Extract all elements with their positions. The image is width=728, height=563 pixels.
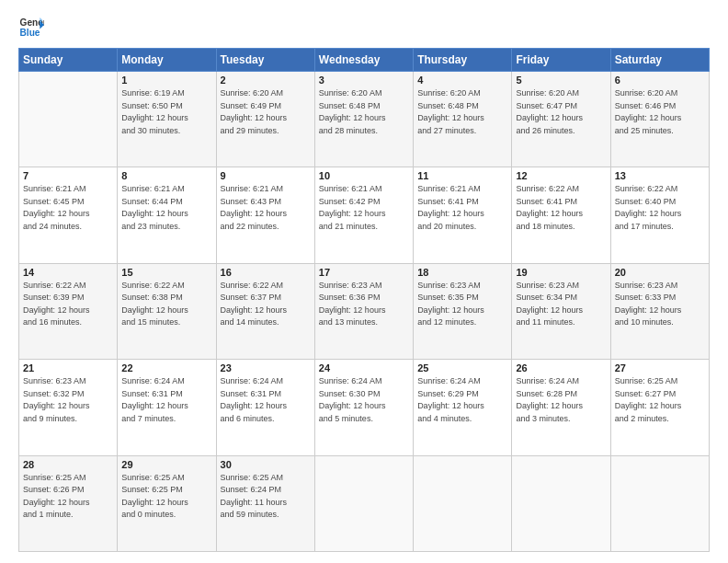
day-number: 11 <box>417 170 507 181</box>
day-info: Sunrise: 6:20 AM Sunset: 6:48 PM Dayligh… <box>417 87 507 137</box>
weekday-header-tuesday: Tuesday <box>216 49 314 72</box>
calendar-cell: 12Sunrise: 6:22 AM Sunset: 6:41 PM Dayli… <box>512 167 610 263</box>
weekday-header-row: SundayMondayTuesdayWednesdayThursdayFrid… <box>19 49 710 72</box>
header: General Blue <box>18 15 710 40</box>
day-info: Sunrise: 6:21 AM Sunset: 6:41 PM Dayligh… <box>417 183 507 233</box>
calendar-cell: 17Sunrise: 6:23 AM Sunset: 6:36 PM Dayli… <box>314 263 413 359</box>
calendar-cell: 25Sunrise: 6:24 AM Sunset: 6:29 PM Dayli… <box>414 360 512 455</box>
day-info: Sunrise: 6:19 AM Sunset: 6:50 PM Dayligh… <box>121 87 211 137</box>
day-info: Sunrise: 6:20 AM Sunset: 6:48 PM Dayligh… <box>319 87 409 137</box>
day-number: 12 <box>516 170 606 181</box>
calendar-row-3: 21Sunrise: 6:23 AM Sunset: 6:32 PM Dayli… <box>19 360 710 455</box>
calendar-cell: 27Sunrise: 6:25 AM Sunset: 6:27 PM Dayli… <box>610 360 709 455</box>
calendar-cell: 20Sunrise: 6:23 AM Sunset: 6:33 PM Dayli… <box>610 263 709 359</box>
calendar-row-0: 1Sunrise: 6:19 AM Sunset: 6:50 PM Daylig… <box>19 72 710 167</box>
calendar-cell: 7Sunrise: 6:21 AM Sunset: 6:45 PM Daylig… <box>19 167 118 263</box>
day-number: 7 <box>23 170 113 181</box>
logo-icon: General Blue <box>18 15 44 40</box>
day-number: 14 <box>23 267 113 278</box>
day-number: 20 <box>615 267 705 278</box>
calendar-cell <box>512 455 610 551</box>
day-number: 27 <box>615 362 705 373</box>
day-info: Sunrise: 6:23 AM Sunset: 6:34 PM Dayligh… <box>516 280 606 329</box>
day-number: 3 <box>319 75 409 86</box>
day-number: 21 <box>23 362 113 373</box>
calendar-cell: 8Sunrise: 6:21 AM Sunset: 6:44 PM Daylig… <box>118 167 216 263</box>
calendar-cell: 6Sunrise: 6:20 AM Sunset: 6:46 PM Daylig… <box>610 72 709 167</box>
day-info: Sunrise: 6:21 AM Sunset: 6:44 PM Dayligh… <box>121 183 211 233</box>
day-info: Sunrise: 6:20 AM Sunset: 6:47 PM Dayligh… <box>516 87 606 137</box>
calendar-cell: 16Sunrise: 6:22 AM Sunset: 6:37 PM Dayli… <box>216 263 314 359</box>
day-number: 10 <box>319 170 409 181</box>
day-info: Sunrise: 6:20 AM Sunset: 6:49 PM Dayligh… <box>221 87 311 137</box>
calendar-cell: 30Sunrise: 6:25 AM Sunset: 6:24 PM Dayli… <box>216 455 314 551</box>
day-info: Sunrise: 6:23 AM Sunset: 6:32 PM Dayligh… <box>23 375 113 425</box>
calendar-row-2: 14Sunrise: 6:22 AM Sunset: 6:39 PM Dayli… <box>19 263 710 359</box>
calendar-cell: 28Sunrise: 6:25 AM Sunset: 6:26 PM Dayli… <box>19 455 118 551</box>
page: General Blue SundayMondayTuesdayWednesda… <box>0 0 728 563</box>
day-number: 13 <box>615 170 705 181</box>
day-number: 30 <box>221 459 311 470</box>
calendar-cell: 13Sunrise: 6:22 AM Sunset: 6:40 PM Dayli… <box>610 167 709 263</box>
calendar-cell: 21Sunrise: 6:23 AM Sunset: 6:32 PM Dayli… <box>19 360 118 455</box>
calendar-table: SundayMondayTuesdayWednesdayThursdayFrid… <box>18 48 710 552</box>
calendar-cell: 1Sunrise: 6:19 AM Sunset: 6:50 PM Daylig… <box>118 72 216 167</box>
day-info: Sunrise: 6:22 AM Sunset: 6:40 PM Dayligh… <box>615 183 705 233</box>
calendar-cell: 19Sunrise: 6:23 AM Sunset: 6:34 PM Dayli… <box>512 263 610 359</box>
weekday-header-saturday: Saturday <box>610 49 709 72</box>
day-number: 25 <box>417 362 507 373</box>
day-number: 23 <box>221 362 311 373</box>
day-info: Sunrise: 6:25 AM Sunset: 6:25 PM Dayligh… <box>121 472 211 522</box>
day-info: Sunrise: 6:24 AM Sunset: 6:29 PM Dayligh… <box>417 375 507 425</box>
day-number: 22 <box>121 362 211 373</box>
day-number: 9 <box>221 170 311 181</box>
day-number: 15 <box>121 267 211 278</box>
calendar-cell: 26Sunrise: 6:24 AM Sunset: 6:28 PM Dayli… <box>512 360 610 455</box>
weekday-header-thursday: Thursday <box>414 49 512 72</box>
calendar-cell: 15Sunrise: 6:22 AM Sunset: 6:38 PM Dayli… <box>118 263 216 359</box>
day-info: Sunrise: 6:21 AM Sunset: 6:45 PM Dayligh… <box>23 183 113 233</box>
day-info: Sunrise: 6:22 AM Sunset: 6:38 PM Dayligh… <box>121 280 211 329</box>
calendar-cell <box>314 455 413 551</box>
calendar-cell: 10Sunrise: 6:21 AM Sunset: 6:42 PM Dayli… <box>314 167 413 263</box>
day-number: 26 <box>516 362 606 373</box>
day-number: 8 <box>121 170 211 181</box>
svg-text:Blue: Blue <box>20 28 40 38</box>
day-number: 2 <box>221 75 311 86</box>
calendar-cell: 2Sunrise: 6:20 AM Sunset: 6:49 PM Daylig… <box>216 72 314 167</box>
weekday-header-monday: Monday <box>118 49 216 72</box>
day-number: 6 <box>615 75 705 86</box>
day-info: Sunrise: 6:24 AM Sunset: 6:30 PM Dayligh… <box>319 375 409 425</box>
weekday-header-wednesday: Wednesday <box>314 49 413 72</box>
day-info: Sunrise: 6:21 AM Sunset: 6:42 PM Dayligh… <box>319 183 409 233</box>
calendar-row-4: 28Sunrise: 6:25 AM Sunset: 6:26 PM Dayli… <box>19 455 710 551</box>
day-number: 4 <box>417 75 507 86</box>
day-info: Sunrise: 6:25 AM Sunset: 6:24 PM Dayligh… <box>221 472 311 522</box>
day-info: Sunrise: 6:24 AM Sunset: 6:31 PM Dayligh… <box>221 375 311 425</box>
day-info: Sunrise: 6:23 AM Sunset: 6:33 PM Dayligh… <box>615 280 705 329</box>
day-info: Sunrise: 6:25 AM Sunset: 6:26 PM Dayligh… <box>23 472 113 522</box>
weekday-header-sunday: Sunday <box>19 49 118 72</box>
calendar-cell <box>610 455 709 551</box>
day-info: Sunrise: 6:23 AM Sunset: 6:36 PM Dayligh… <box>319 280 409 329</box>
calendar-cell: 29Sunrise: 6:25 AM Sunset: 6:25 PM Dayli… <box>118 455 216 551</box>
calendar-cell: 18Sunrise: 6:23 AM Sunset: 6:35 PM Dayli… <box>414 263 512 359</box>
calendar-cell: 22Sunrise: 6:24 AM Sunset: 6:31 PM Dayli… <box>118 360 216 455</box>
day-info: Sunrise: 6:21 AM Sunset: 6:43 PM Dayligh… <box>221 183 311 233</box>
day-info: Sunrise: 6:23 AM Sunset: 6:35 PM Dayligh… <box>417 280 507 329</box>
logo: General Blue <box>18 15 44 40</box>
day-number: 28 <box>23 459 113 470</box>
calendar-cell <box>19 72 118 167</box>
calendar-cell: 4Sunrise: 6:20 AM Sunset: 6:48 PM Daylig… <box>414 72 512 167</box>
calendar-cell: 24Sunrise: 6:24 AM Sunset: 6:30 PM Dayli… <box>314 360 413 455</box>
day-info: Sunrise: 6:24 AM Sunset: 6:28 PM Dayligh… <box>516 375 606 425</box>
calendar-row-1: 7Sunrise: 6:21 AM Sunset: 6:45 PM Daylig… <box>19 167 710 263</box>
day-number: 16 <box>221 267 311 278</box>
calendar-cell: 9Sunrise: 6:21 AM Sunset: 6:43 PM Daylig… <box>216 167 314 263</box>
calendar-cell <box>414 455 512 551</box>
day-info: Sunrise: 6:25 AM Sunset: 6:27 PM Dayligh… <box>615 375 705 425</box>
day-info: Sunrise: 6:22 AM Sunset: 6:37 PM Dayligh… <box>221 280 311 329</box>
day-number: 5 <box>516 75 606 86</box>
day-info: Sunrise: 6:24 AM Sunset: 6:31 PM Dayligh… <box>121 375 211 425</box>
calendar-cell: 3Sunrise: 6:20 AM Sunset: 6:48 PM Daylig… <box>314 72 413 167</box>
